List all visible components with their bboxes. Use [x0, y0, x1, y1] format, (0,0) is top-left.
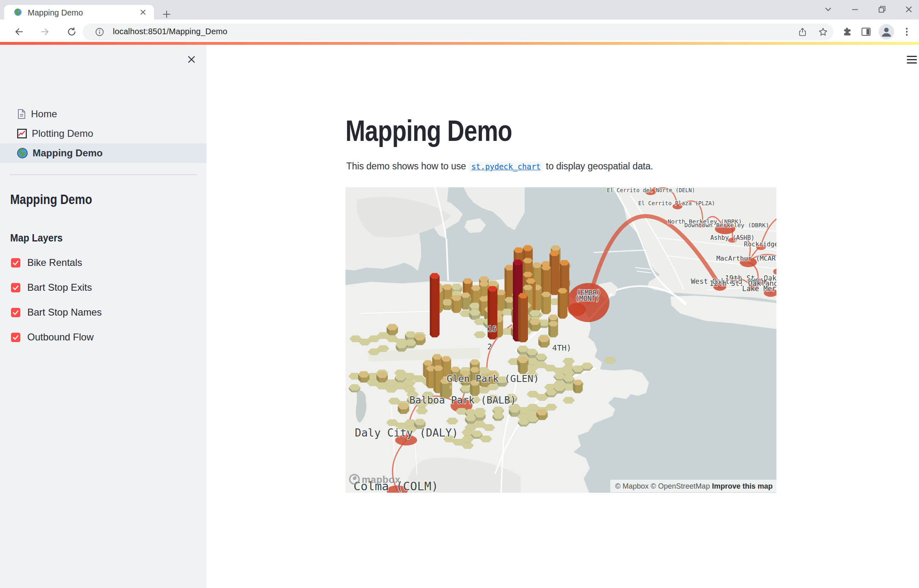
sidebar-item-label: Plotting Demo: [32, 128, 93, 139]
side-panel-icon[interactable]: [860, 26, 872, 37]
window-restore-icon[interactable]: [877, 5, 886, 14]
app-menu-icon[interactable]: [907, 56, 917, 64]
chart-increasing-icon: [17, 129, 27, 138]
checkbox-checked-icon[interactable]: [11, 308, 20, 317]
url-text[interactable]: localhost:8501/Mapping_Demo: [113, 27, 227, 36]
svg-text:Lake Merritt (LAKE): Lake Merritt (LAKE): [742, 285, 776, 293]
window-minimize-icon[interactable]: [851, 5, 860, 14]
back-button[interactable]: [13, 26, 24, 37]
pydeck-chart-link[interactable]: st.pydeck_chart: [468, 161, 543, 172]
svg-text:mapbox: mapbox: [362, 474, 400, 485]
tab-title: Mapping Demo: [28, 8, 83, 18]
globe-icon: [17, 148, 28, 158]
forward-button[interactable]: [40, 26, 51, 37]
svg-text:4TH): 4TH): [552, 343, 572, 353]
sidebar-item-home[interactable]: Home: [0, 104, 207, 124]
browser-tab[interactable]: Mapping Demo: [4, 5, 154, 20]
svg-text:El Cerrito Plaza (PLZA): El Cerrito Plaza (PLZA): [638, 200, 715, 206]
checkbox-label: Bart Stop Names: [27, 307, 102, 318]
site-info-icon[interactable]: [95, 27, 104, 37]
map-attribution: © Mapbox © OpenStreetMap Improve this ma…: [610, 480, 776, 492]
intro-text-after: to display geospatial data.: [546, 161, 653, 171]
browser-menu-icon[interactable]: [901, 26, 912, 37]
svg-text:MacArthur (MCAR): MacArthur (MCAR): [716, 255, 776, 262]
intro-paragraph: This demo shows how to usest.pydeck_char…: [346, 161, 653, 172]
reload-button[interactable]: [66, 26, 77, 37]
share-icon[interactable]: [798, 27, 808, 37]
window-close-icon[interactable]: [904, 5, 913, 14]
sidebar-divider: [10, 174, 197, 175]
window-controls: [824, 5, 913, 14]
sidebar-item-mapping-demo[interactable]: Mapping Demo: [0, 143, 207, 163]
profile-avatar[interactable]: [879, 24, 894, 39]
checkbox-label: Outbound Flow: [27, 331, 94, 343]
svg-text:Downtown Berkeley (DBRK): Downtown Berkeley (DBRK): [684, 222, 769, 228]
sidebar-section-heading: Map Layers: [10, 232, 63, 244]
map-canvas[interactable]: El Cerrito del Norte (DELN)El Cerrito Pl…: [345, 187, 776, 493]
svg-text:16: 16: [488, 325, 497, 333]
checkbox-label: Bart Stop Exits: [27, 282, 92, 293]
bookmark-star-icon[interactable]: [818, 27, 828, 37]
extensions-icon[interactable]: [842, 26, 853, 37]
sidebar-title: Mapping Demo: [10, 192, 92, 207]
svg-text:© Mapbox © OpenStreetMap Impr: © Mapbox © OpenStreetMap Improve this ma…: [615, 482, 773, 490]
svg-text:El Cerrito del Norte (DELN): El Cerrito del Norte (DELN): [607, 187, 695, 193]
pydeck-map[interactable]: El Cerrito del Norte (DELN)El Cerrito Pl…: [345, 187, 776, 493]
sidebar-item-label: Mapping Demo: [33, 147, 103, 159]
checkbox-label: Bike Rentals: [27, 257, 82, 268]
new-tab-button[interactable]: [161, 9, 172, 20]
checkbox-checked-icon[interactable]: [11, 258, 20, 268]
browser-tab-strip: Mapping Demo: [0, 0, 919, 20]
page-title: Mapping Demo: [345, 116, 512, 145]
streamlit-decoration-bar: [0, 42, 919, 45]
sidebar: Home Plotting Demo Mapping Demo Mapping …: [0, 45, 207, 588]
checkbox-checked-icon[interactable]: [11, 333, 20, 342]
checkbox-checked-icon[interactable]: [11, 283, 20, 292]
sidebar-item-label: Home: [31, 108, 57, 120]
svg-text:Daly City (DALY): Daly City (DALY): [355, 427, 458, 439]
tab-close-icon[interactable]: [139, 9, 147, 16]
address-bar[interactable]: localhost:8501/Mapping_Demo: [83, 24, 833, 40]
svg-text:2: 2: [487, 342, 492, 351]
checkbox-outbound-flow[interactable]: Outbound Flow: [11, 332, 94, 342]
sidebar-item-plotting-demo[interactable]: Plotting Demo: [0, 124, 207, 143]
checkbox-bart-stop-exits[interactable]: Bart Stop Exits: [11, 283, 92, 292]
svg-text:Balboa Park (BALB): Balboa Park (BALB): [409, 395, 516, 406]
browser-toolbar: localhost:8501/Mapping_Demo: [0, 20, 919, 42]
globe-favicon-icon: [14, 8, 22, 16]
checkbox-bike-rentals[interactable]: Bike Rentals: [11, 258, 82, 268]
intro-text-before: This demo shows how to use: [346, 161, 466, 171]
checkbox-bart-stop-names[interactable]: Bart Stop Names: [11, 307, 102, 317]
document-icon: [17, 109, 26, 119]
svg-text:Glen Park (GLEN): Glen Park (GLEN): [447, 373, 539, 384]
svg-text:(MONT): (MONT): [575, 294, 600, 303]
window-chevron-icon[interactable]: [824, 5, 833, 14]
svg-text:Rockridge (ROCK): Rockridge (ROCK): [744, 241, 776, 248]
sidebar-close-icon[interactable]: [184, 52, 199, 67]
